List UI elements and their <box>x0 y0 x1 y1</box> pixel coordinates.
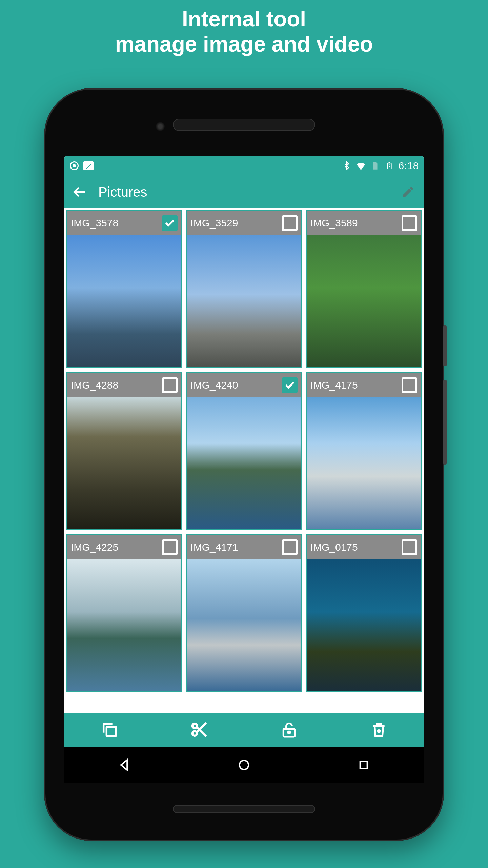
thumb-label: IMG_4225 <box>71 541 118 553</box>
promo-line2: manage image and video <box>0 32 488 57</box>
phone-frame: 6:18 Pictures IMG_3578 <box>44 88 444 841</box>
svg-rect-8 <box>360 762 367 769</box>
thumb-header: IMG_3578 <box>67 211 181 235</box>
gallery-item[interactable]: IMG_3589 <box>306 210 422 368</box>
thumb-label: IMG_0175 <box>310 541 358 553</box>
gallery-item[interactable]: IMG_4288 <box>66 372 182 530</box>
thumb-header: IMG_0175 <box>307 535 421 559</box>
thumb-image <box>187 235 301 367</box>
thumb-label: IMG_3589 <box>310 217 358 229</box>
thumb-checkbox[interactable] <box>162 539 178 555</box>
thumb-checkbox[interactable] <box>282 539 298 555</box>
thumb-checkbox[interactable] <box>282 215 298 231</box>
delete-button[interactable] <box>369 719 389 740</box>
status-bar: 6:18 <box>64 156 424 176</box>
thumb-label: IMG_3529 <box>190 217 238 229</box>
phone-home-indicator <box>173 805 315 813</box>
gallery-item[interactable]: IMG_0175 <box>306 534 422 692</box>
thumb-header: IMG_4175 <box>307 373 421 397</box>
status-right: 6:18 <box>342 160 419 172</box>
back-button[interactable] <box>71 183 89 201</box>
bluetooth-icon <box>342 161 352 171</box>
thumb-checkbox[interactable] <box>402 539 417 555</box>
gallery-item[interactable]: IMG_3529 <box>186 210 302 368</box>
status-left <box>69 161 94 171</box>
phone-speaker <box>173 119 315 131</box>
thumb-image <box>307 559 421 691</box>
no-sim-icon <box>370 161 380 171</box>
thumb-checkbox[interactable] <box>162 215 178 231</box>
svg-rect-1 <box>388 162 390 163</box>
thumb-checkbox[interactable] <box>282 377 298 393</box>
thumb-header: IMG_4240 <box>187 373 301 397</box>
thumb-checkbox[interactable] <box>402 215 417 231</box>
thumb-label: IMG_4288 <box>71 379 118 391</box>
thumb-image <box>187 397 301 529</box>
app-indicator-icon <box>69 161 79 171</box>
wifi-icon <box>356 161 366 171</box>
thumb-header: IMG_3589 <box>307 211 421 235</box>
thumb-checkbox[interactable] <box>402 377 417 393</box>
thumb-header: IMG_4225 <box>67 535 181 559</box>
promo-line1: Internal tool <box>0 7 488 32</box>
unlock-button[interactable] <box>279 719 299 740</box>
thumb-image <box>67 559 181 691</box>
svg-point-7 <box>240 761 249 770</box>
thumb-image <box>307 235 421 367</box>
thumb-header: IMG_4288 <box>67 373 181 397</box>
thumb-image <box>307 397 421 529</box>
promo-heading: Internal tool manage image and video <box>0 0 488 57</box>
nav-back-button[interactable] <box>114 755 135 775</box>
thumb-label: IMG_4175 <box>310 379 358 391</box>
activity-icon <box>83 161 94 171</box>
gallery-item[interactable]: IMG_4240 <box>186 372 302 530</box>
thumb-label: IMG_4240 <box>190 379 238 391</box>
thumb-image <box>187 559 301 691</box>
thumb-label: IMG_3578 <box>71 217 118 229</box>
svg-point-6 <box>288 731 290 733</box>
thumb-header: IMG_4171 <box>187 535 301 559</box>
phone-power-button <box>443 326 447 366</box>
screen: 6:18 Pictures IMG_3578 <box>64 156 424 783</box>
cut-button[interactable] <box>189 719 209 740</box>
bottom-action-bar <box>64 713 424 747</box>
status-time: 6:18 <box>399 160 419 172</box>
svg-rect-2 <box>106 727 116 736</box>
phone-volume-button <box>443 380 447 465</box>
gallery-grid: IMG_3578 IMG_3529 <box>66 210 422 692</box>
gallery-item[interactable]: IMG_3578 <box>66 210 182 368</box>
thumb-header: IMG_3529 <box>187 211 301 235</box>
battery-charging-icon <box>384 161 394 171</box>
gallery-item[interactable]: IMG_4225 <box>66 534 182 692</box>
nav-home-button[interactable] <box>234 755 254 775</box>
thumb-label: IMG_4171 <box>190 541 238 553</box>
thumb-image <box>67 397 181 529</box>
thumb-checkbox[interactable] <box>162 377 178 393</box>
android-nav-bar <box>64 747 424 783</box>
app-title: Pictures <box>98 184 390 200</box>
gallery-item[interactable]: IMG_4171 <box>186 534 302 692</box>
gallery-item[interactable]: IMG_4175 <box>306 372 422 530</box>
app-bar: Pictures <box>64 176 424 208</box>
thumb-image <box>67 235 181 367</box>
edit-button[interactable] <box>399 183 417 201</box>
nav-recents-button[interactable] <box>353 755 374 775</box>
phone-front-camera <box>156 122 165 131</box>
copy-button[interactable] <box>99 719 120 740</box>
gallery: IMG_3578 IMG_3529 <box>64 208 424 713</box>
